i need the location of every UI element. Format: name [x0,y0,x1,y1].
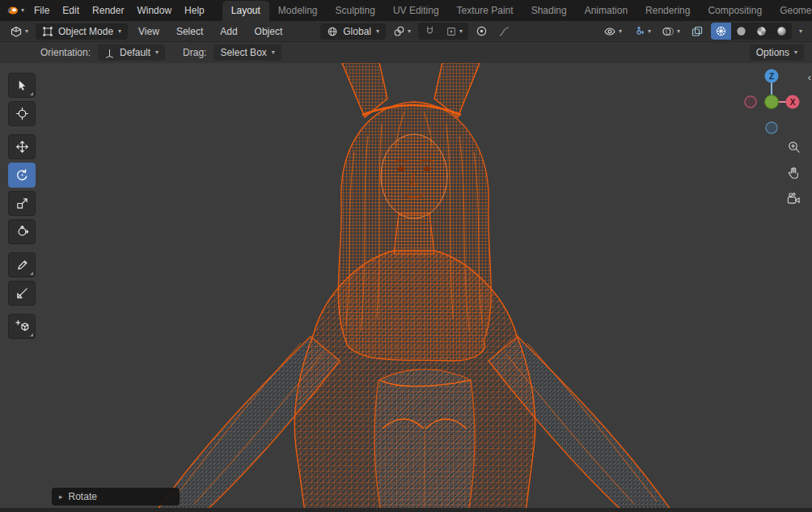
tool-transform[interactable] [8,219,36,244]
tool-settings-bar: Orientation: Default ▾ Drag: Select Box … [0,42,812,63]
tab-texture-paint[interactable]: Texture Paint [448,1,522,21]
tool-add-cube[interactable] [8,314,36,339]
operator-panel-rotate[interactable]: ▸ Rotate [52,488,180,506]
gizmo-arrows-icon [632,25,645,38]
xray-icon [691,25,704,38]
zoom-icon [787,140,801,154]
chevron-down-icon: ▾ [376,28,379,35]
tab-sculpting[interactable]: Sculpting [327,1,384,21]
blender-window: ▾ File Edit Render Window Help Layout Mo… [0,0,812,512]
material-sphere-icon [755,25,768,37]
operator-panel-label: Rotate [69,491,97,502]
globe-icon [327,26,338,37]
tab-compositing[interactable]: Compositing [699,1,771,21]
transform-orientation-dropdown[interactable]: Global ▾ [320,23,386,40]
orientation-label: Orientation: [40,47,91,58]
snap-settings-dropdown[interactable]: ▾ [442,24,466,39]
mode-dropdown[interactable]: Object Mode ▾ [36,23,128,40]
rendered-sphere-icon [776,25,788,37]
chevron-down-icon: ▾ [155,49,159,56]
proportional-falloff-dropdown[interactable] [495,23,514,39]
shading-rendered-button[interactable] [772,23,792,40]
shading-solid-button[interactable] [731,23,751,40]
sidebar-toggle[interactable]: ‹ [808,71,811,83]
options-dropdown[interactable]: Options ▾ [750,44,804,61]
annotate-pen-icon [15,258,29,272]
xray-toggle-button[interactable] [687,23,707,40]
tab-rendering[interactable]: Rendering [636,1,699,21]
tool-move[interactable] [8,134,36,159]
tool-cursor[interactable] [8,101,36,126]
tool-scale[interactable] [8,191,36,216]
tool-select-box[interactable] [8,73,36,98]
tool-rotate[interactable] [8,163,36,188]
tool-measure[interactable] [8,281,36,306]
menu-render[interactable]: Render [86,2,130,19]
pivot-point-dropdown[interactable]: ▾ [390,23,414,39]
shading-mode-group [711,23,792,40]
chevron-down-icon: ▾ [272,49,275,56]
viewport-nav-buttons [786,139,801,205]
chevron-down-icon: ▾ [459,28,463,35]
object-mode-icon [42,26,53,37]
pivot-icon [393,25,405,37]
viewport-header: ▾ Object Mode ▾ View Select Add Object G… [0,21,812,42]
add-cube-icon [15,319,29,333]
pan-hand-icon [787,166,801,180]
shading-dropdown[interactable]: ▾ [796,27,806,36]
drag-mode-value: Select Box [220,47,266,58]
tab-shading[interactable]: Shading [522,1,576,21]
menu-add[interactable]: Add [214,23,243,40]
options-label: Options [756,47,789,58]
shading-material-button[interactable] [751,23,772,40]
chevron-down-icon: ▾ [619,28,622,35]
chevron-down-icon: ▾ [794,49,797,56]
blender-logo-icon[interactable]: ▾ [5,3,24,18]
menu-file[interactable]: File [27,2,56,19]
axis-neg-z-ball[interactable] [766,122,777,133]
proportional-editing-toggle[interactable] [472,23,491,39]
axis-x-label: X [790,98,796,107]
orientation-default-dropdown[interactable]: Default ▾ [98,44,165,61]
axis-y-ball[interactable] [765,95,779,109]
tab-modeling[interactable]: Modeling [269,1,327,21]
menu-view[interactable]: View [132,23,166,40]
menu-help[interactable]: Help [178,2,211,19]
object-visibility-dropdown[interactable]: ▾ [600,23,625,40]
orientation-default-value: Default [120,47,150,58]
shading-wireframe-button[interactable] [711,23,731,40]
drag-mode-dropdown[interactable]: Select Box ▾ [214,44,281,61]
camera-view-button[interactable] [786,191,801,205]
mode-label: Object Mode [58,26,113,37]
menu-window[interactable]: Window [130,2,178,19]
chevron-down-icon: ▾ [648,28,651,35]
tab-layout[interactable]: Layout [222,1,269,21]
wireframe-model[interactable] [0,63,812,512]
tab-animation[interactable]: Animation [576,1,636,21]
proportional-circle-icon [476,25,488,37]
overlays-dropdown[interactable]: ▾ [658,23,683,40]
tab-geometry-nodes[interactable]: Geometry Nod [771,1,812,21]
tool-shelf [8,73,36,339]
navigation-gizmo[interactable]: Z X [742,66,801,143]
menu-edit[interactable]: Edit [56,2,86,19]
viewport-canvas[interactable]: Z X [0,63,812,512]
snap-toggle-button[interactable] [421,23,439,39]
editor-type-dropdown[interactable]: ▾ [6,23,32,40]
pan-button[interactable] [786,165,801,180]
gizmos-dropdown[interactable]: ▾ [629,23,654,40]
eye-icon [603,25,616,38]
chevron-down-icon: ▾ [799,28,802,35]
measure-icon [15,286,29,300]
axis-neg-x-ball[interactable] [745,96,756,108]
workspace-tabs: Layout Modeling Sculpting UV Editing Tex… [222,0,812,21]
overlays-icon [662,25,675,38]
tool-annotate[interactable] [8,252,36,277]
axis-z-label: Z [769,72,774,81]
snapping-group: ▾ [418,23,468,40]
zoom-button[interactable] [786,139,801,154]
tab-uv-editing[interactable]: UV Editing [384,1,448,21]
menu-object[interactable]: Object [248,23,290,40]
viewport-header-right: ▾ ▾ ▾ [600,23,806,40]
menu-select[interactable]: Select [170,23,209,40]
